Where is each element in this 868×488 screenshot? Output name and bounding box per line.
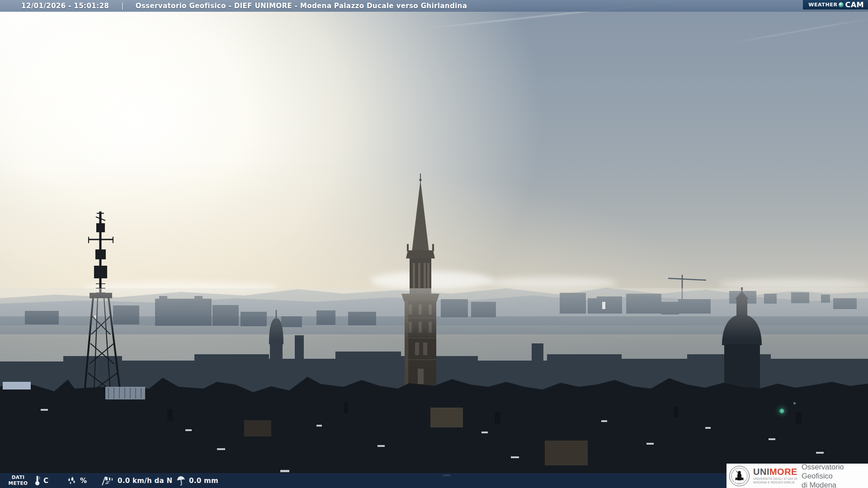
webcam-frame: 12/01/2026 - 15:01:28 | Osservatorio Geo… (0, 0, 868, 488)
university-name: UNIVERSITÀ DEGLI STUDI DI MODENA E REGGI… (753, 477, 797, 484)
observatory-name-line2: di Modena (802, 480, 868, 488)
lens-flare-icon (779, 408, 784, 413)
wind-value: 0.0 km/h da N (118, 477, 172, 485)
windsock-icon (100, 475, 114, 486)
humidity-reading: % (66, 473, 87, 488)
precipitation-value: 0.0 mm (189, 477, 218, 485)
globe-icon (839, 2, 844, 7)
weathercam-logo-cam: Cam (845, 0, 864, 9)
dati-label-line2: METEO (6, 480, 30, 486)
unimore-more: MORE (769, 467, 797, 477)
temperature-reading: C (34, 473, 48, 488)
atmospheric-haze (0, 288, 868, 356)
unimore-logotype: UNIMORE UNIVERSITÀ DEGLI STUDI DI MODENA… (753, 467, 797, 484)
university-name-line2: MODENA E REGGIO EMILIA (753, 481, 797, 484)
university-name-line1: UNIVERSITÀ DEGLI STUDI DI (753, 477, 797, 481)
humidity-unit: % (80, 477, 87, 485)
page-title: Osservatorio Geofisico - DIEF UNIMORE - … (136, 2, 467, 10)
header-bar: 12/01/2026 - 15:01:28 | Osservatorio Geo… (0, 0, 868, 12)
unimore-branding-box[interactable]: 1175 UNIMORE UNIVERSITÀ DEGLI STUDI DI M… (726, 464, 868, 488)
weathercam-logo-weather: Weather (808, 2, 837, 8)
seal-year: 1175 (737, 482, 742, 484)
observatory-name: Osservatorio Geofisico di Modena (802, 462, 868, 488)
timestamp: 12/01/2026 - 15:01:28 (21, 2, 109, 10)
dati-meteo-label: DATI METEO (6, 474, 30, 486)
unimore-seal-icon: 1175 (729, 465, 750, 487)
weathercam-logo[interactable]: Weather Cam (803, 0, 868, 9)
temperature-unit: C (43, 477, 48, 485)
water-drops-icon (66, 476, 77, 485)
precipitation-reading: 0.0 mm (176, 473, 218, 488)
thermometer-icon (34, 475, 40, 486)
header-separator: | (121, 2, 123, 10)
unimore-uni: UNI (753, 467, 769, 477)
lens-flare-icon (793, 402, 796, 404)
wind-reading: 0.0 km/h da N (100, 473, 172, 488)
unimore-acronym: UNIMORE (753, 467, 797, 476)
dati-label-line1: DATI (6, 474, 30, 480)
observatory-name-line1: Osservatorio Geofisico (802, 462, 868, 480)
umbrella-icon (176, 475, 186, 486)
city-skyline (0, 0, 868, 488)
